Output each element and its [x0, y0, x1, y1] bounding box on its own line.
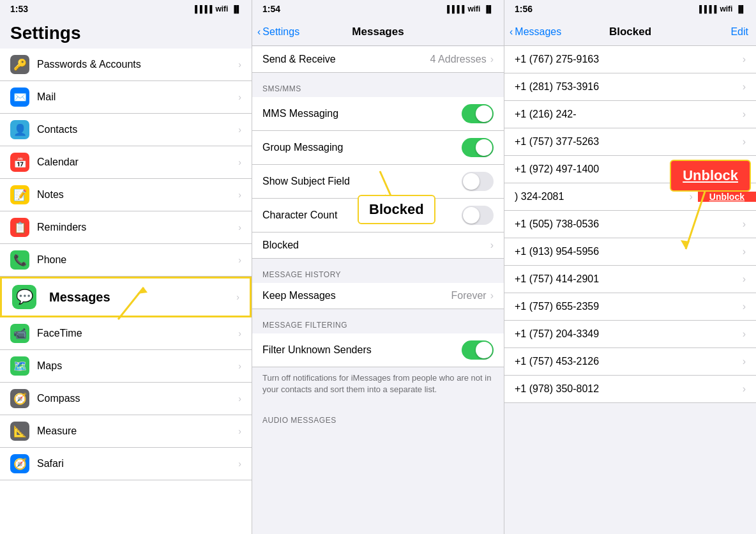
n10-chevron: ›: [743, 301, 746, 312]
blocked-item-13[interactable]: +1 (978) 350-8012 ›: [504, 376, 756, 403]
blocked-label: Blocked: [262, 240, 490, 251]
passwords-label: Passwords & Accounts: [37, 59, 238, 70]
safari-icon: 🧭: [10, 454, 29, 473]
back-label: Settings: [262, 26, 299, 38]
n7-chevron: ›: [743, 218, 746, 230]
blocked-item-1[interactable]: +1 (767) 275-9163 ›: [504, 46, 756, 73]
n12-chevron: ›: [743, 356, 746, 367]
messages-nav: ‹ Settings Messages: [252, 18, 504, 46]
blocked-number-3: +1 (216) 242-: [515, 109, 743, 120]
n6-chevron: ›: [689, 191, 692, 202]
blocked-chevron: ›: [490, 240, 494, 251]
settings-title: Settings: [0, 18, 252, 49]
filter-description: Turn off notifications for iMessages fro…: [252, 367, 504, 404]
safari-chevron: ›: [238, 459, 241, 469]
back-chevron-2: ‹: [510, 26, 513, 38]
blocked-nav-title: Blocked: [609, 26, 651, 38]
time-2: 1:54: [262, 4, 280, 14]
settings-item-notes[interactable]: 📝 Notes ›: [0, 179, 252, 211]
charcount-toggle[interactable]: [462, 206, 494, 225]
messages-scroll: Send & Receive 4 Addresses › SMS/MMS MMS…: [252, 46, 504, 534]
maps-label: Maps: [37, 360, 238, 372]
compass-icon: 🧭: [10, 389, 29, 408]
charcount-row[interactable]: Character Count: [252, 199, 504, 233]
phone-icon: 📞: [10, 250, 29, 270]
settings-item-phone[interactable]: 📞 Phone ›: [0, 244, 252, 277]
settings-item-maps[interactable]: 🗺️ Maps ›: [0, 350, 252, 383]
send-receive-row[interactable]: Send & Receive 4 Addresses ›: [252, 47, 504, 73]
wifi-icon-1: wifi: [215, 4, 228, 13]
settings-item-messages[interactable]: 💬 Messages ›: [0, 277, 252, 317]
measure-chevron: ›: [238, 426, 241, 436]
blocked-nav: ‹ Messages Blocked Edit: [504, 18, 756, 46]
subject-label: Show Subject Field: [262, 176, 462, 187]
settings-item-contacts[interactable]: 👤 Contacts ›: [0, 114, 252, 146]
status-icons-3: ▐▐▐▐ wifi ▐▌: [697, 4, 746, 13]
n3-chevron: ›: [743, 109, 746, 120]
blocked-number-6: ) 324-2081: [515, 191, 689, 202]
messages-icon: 💬: [12, 285, 36, 309]
group-row[interactable]: Group Messaging: [252, 131, 504, 165]
blocked-item-6[interactable]: ) 324-2081 › Unblock: [504, 183, 756, 211]
battery-icon-1: ▐▌: [231, 5, 241, 13]
blocked-item-2[interactable]: +1 (281) 753-3916 ›: [504, 73, 756, 101]
send-receive-value: 4 Addresses: [430, 54, 487, 65]
status-bar-1: 1:53 ▐▐▐▐ wifi ▐▌: [0, 0, 252, 18]
settings-item-facetime[interactable]: 📹 FaceTime ›: [0, 317, 252, 350]
status-icons-1: ▐▐▐▐ wifi ▐▌: [192, 4, 241, 13]
settings-item-compass[interactable]: 🧭 Compass ›: [0, 383, 252, 415]
filtering-section-header: MESSAGE FILTERING: [252, 309, 504, 333]
settings-item-safari[interactable]: 🧭 Safari ›: [0, 448, 252, 480]
n8-chevron: ›: [743, 246, 746, 257]
blocked-item-4[interactable]: +1 (757) 377-5263 ›: [504, 128, 756, 156]
filter-toggle[interactable]: [462, 340, 494, 360]
blocked-item-8[interactable]: +1 (913) 954-5956 ›: [504, 238, 756, 266]
notes-chevron: ›: [238, 190, 241, 200]
back-button-settings[interactable]: ‹ Settings: [257, 26, 299, 38]
blocked-item-12[interactable]: +1 (757) 453-2126 ›: [504, 348, 756, 376]
group-toggle[interactable]: [462, 138, 494, 157]
mms-label: MMS Messaging: [262, 108, 462, 119]
maps-icon: 🗺️: [10, 356, 29, 376]
battery-icon-2: ▐▌: [483, 5, 494, 13]
blocked-item-3[interactable]: +1 (216) 242- ›: [504, 101, 756, 128]
keep-messages-value: Forever: [451, 290, 487, 301]
blocked-item-11[interactable]: +1 (757) 204-3349 ›: [504, 321, 756, 348]
blocked-item-9[interactable]: +1 (757) 414-2901 ›: [504, 266, 756, 293]
settings-item-reminders[interactable]: 📋 Reminders ›: [0, 211, 252, 244]
settings-item-measure[interactable]: 📐 Measure ›: [0, 415, 252, 448]
keep-messages-row[interactable]: Keep Messages Forever ›: [252, 283, 504, 309]
blocked-item-7[interactable]: +1 (505) 738-0536 ›: [504, 211, 756, 238]
subject-row[interactable]: Show Subject Field: [252, 165, 504, 199]
filter-row[interactable]: Filter Unknown Senders: [252, 333, 504, 367]
settings-list: 🔑 Passwords & Accounts › ✉️ Mail › 👤 Con…: [0, 49, 252, 534]
mail-chevron: ›: [238, 92, 241, 102]
blocked-number-8: +1 (913) 954-5956: [515, 246, 743, 257]
swipe-unblock-button[interactable]: Unblock: [698, 192, 756, 202]
reminders-label: Reminders: [37, 222, 238, 233]
messages-label: Messages: [49, 290, 236, 305]
blocked-item-5[interactable]: +1 (972) 497-1400 ›: [504, 156, 756, 183]
wifi-icon-2: wifi: [467, 4, 480, 13]
reminders-chevron: ›: [238, 222, 241, 233]
compass-label: Compass: [37, 393, 238, 404]
mms-toggle[interactable]: [462, 104, 494, 123]
settings-item-mail[interactable]: ✉️ Mail ›: [0, 81, 252, 114]
blocked-row[interactable]: Blocked ›: [252, 233, 504, 259]
audio-section-header: AUDIO MESSAGES: [252, 404, 504, 429]
facetime-chevron: ›: [238, 328, 241, 339]
blocked-number-11: +1 (757) 204-3349: [515, 328, 743, 340]
status-bar-3: 1:56 ▐▐▐▐ wifi ▐▌: [504, 0, 756, 18]
blocked-number-1: +1 (767) 275-9163: [515, 54, 743, 65]
back-button-messages[interactable]: ‹ Messages: [510, 26, 561, 38]
edit-button[interactable]: Edit: [730, 26, 748, 38]
blocked-item-10[interactable]: +1 (757) 655-2359 ›: [504, 293, 756, 321]
n4-chevron: ›: [743, 136, 746, 148]
mms-row[interactable]: MMS Messaging: [252, 97, 504, 131]
notes-icon: 📝: [10, 185, 29, 204]
settings-item-passwords[interactable]: 🔑 Passwords & Accounts ›: [0, 49, 252, 81]
passwords-icon: 🔑: [10, 55, 29, 74]
settings-item-calendar[interactable]: 📅 Calendar ›: [0, 146, 252, 179]
blocked-number-13: +1 (978) 350-8012: [515, 383, 743, 395]
subject-toggle[interactable]: [462, 172, 494, 191]
